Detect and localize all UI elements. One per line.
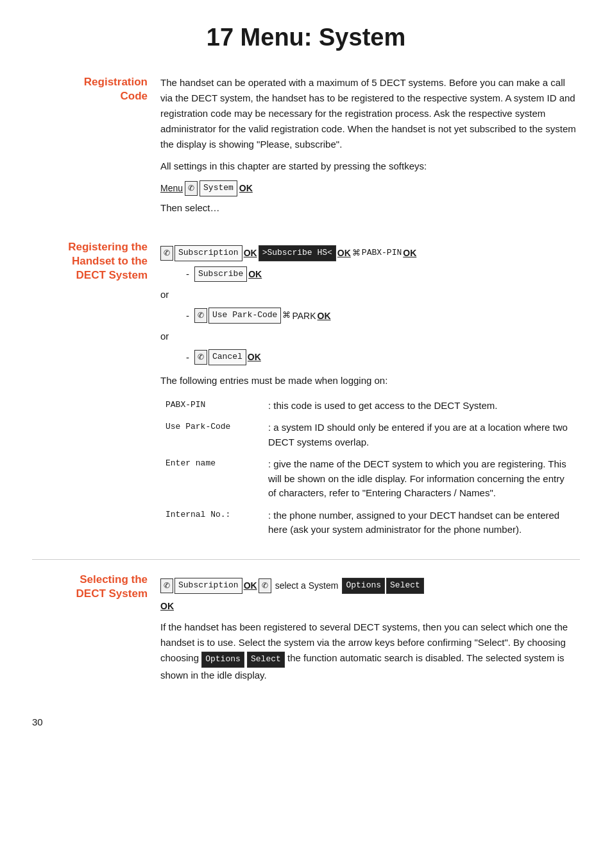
pabx-pin-label: PABX-PIN [362,247,402,260]
use-park-code-box: Use Park-Code [208,308,281,324]
phone-icon-3: ✆ [194,308,207,323]
ok-softkey: OK [239,181,253,195]
subscribe-box: Subscribe [194,266,247,282]
registration-body: The handset can be operated with a maxim… [160,75,580,152]
entry-key-2: Enter name [160,453,263,505]
subscribe-hs-box: >Subscribe HS< [259,245,336,261]
park-label: PARK [292,309,316,323]
entries-intro: The following entries must be made when … [160,373,580,388]
menu-softkey: Menu [160,181,183,195]
select-select-box: Select [386,578,424,594]
lcd-line-4: - ✆ Cancel OK [160,349,580,365]
registering-label: Registering the Handset to the DECT Syst… [32,240,160,541]
or-2: or [160,329,580,344]
phone-icon-6: ✆ [259,578,271,593]
ok-6: OK [248,350,261,364]
selecting-label: Selecting the DECT System [32,573,160,690]
select-inline: Select [247,652,285,668]
entry-key-1: Use Park-Code [160,417,263,453]
entry-value-0: : this code is used to get access to the… [263,395,580,417]
options-select-box: Options [342,578,385,594]
ok-sel-2: OK [160,599,174,613]
then-select: Then select… [160,200,580,216]
registering-content: ✆ Subscription OK >Subscribe HS< OK ⌘ PA… [160,240,580,541]
lcd-line-2: - Subscribe OK [160,266,580,282]
softkey-row: Menu ✆ System OK [160,180,580,196]
ok-1: OK [244,246,257,260]
subscription-select-box: Subscription [174,578,242,594]
entry-key-3: Internal No.: [160,505,263,541]
registration-code-content: The handset can be operated with a maxim… [160,75,580,222]
phone-icon-4: ✆ [194,350,207,365]
lcd-line-select-ok: OK [160,599,580,613]
select-system-text: select a System [275,578,339,593]
ok-4: OK [248,267,262,281]
table-row: Internal No.: : the phone number, assign… [160,505,580,541]
hash-icon-1: ⌘ [352,247,361,260]
registering-section: Registering the Handset to the DECT Syst… [32,240,580,541]
options-inline: Options [201,652,244,668]
choosing-word: choosing [160,652,201,663]
softkey-intro: All settings in this chapter are started… [160,159,580,174]
table-row: Use Park-Code : a system ID should only … [160,417,580,453]
entries-table: PABX-PIN : this code is used to get acce… [160,395,580,541]
section-divider [32,559,580,560]
entry-value-2: : give the name of the DECT system to wh… [263,453,580,505]
lcd-line-1: ✆ Subscription OK >Subscribe HS< OK ⌘ PA… [160,245,580,261]
cancel-box: Cancel [208,349,246,365]
dash-1: - [186,266,189,282]
page-title: 17 Menu: System [32,19,580,56]
lcd-line-select-1: ✆ Subscription OK ✆ select a System Opti… [160,578,580,594]
hash-icon-2: ⌘ [282,309,291,322]
page-number: 30 [32,715,580,730]
entry-value-1: : a system ID should only be entered if … [263,417,580,453]
entry-key-0: PABX-PIN [160,395,263,417]
phone-icon-1: ✆ [185,181,198,196]
system-softkey: System [200,180,237,196]
lcd-line-3: - ✆ Use Park-Code ⌘ PARK OK [160,308,580,324]
table-row: Enter name : give the name of the DECT s… [160,453,580,505]
ok-5: OK [318,309,331,323]
subscription-box: Subscription [174,245,242,261]
dash-3: - [186,350,189,365]
dash-2: - [186,308,189,324]
or-1: or [160,287,580,302]
registration-code-label: Registration Code [32,75,160,222]
ok-2: OK [337,246,351,260]
phone-icon-2: ✆ [160,246,173,261]
entry-value-3: : the phone number, assigned to your DEC… [263,505,580,541]
ok-sel-1: OK [244,578,257,593]
phone-icon-5: ✆ [160,578,173,593]
selecting-section: Selecting the DECT System ✆ Subscription… [32,573,580,690]
selecting-content: ✆ Subscription OK ✆ select a System Opti… [160,573,580,690]
selecting-body: If the handset has been registered to se… [160,620,580,683]
ok-3: OK [403,246,416,260]
table-row: PABX-PIN : this code is used to get acce… [160,395,580,417]
registration-code-section: Registration Code The handset can be ope… [32,75,580,222]
